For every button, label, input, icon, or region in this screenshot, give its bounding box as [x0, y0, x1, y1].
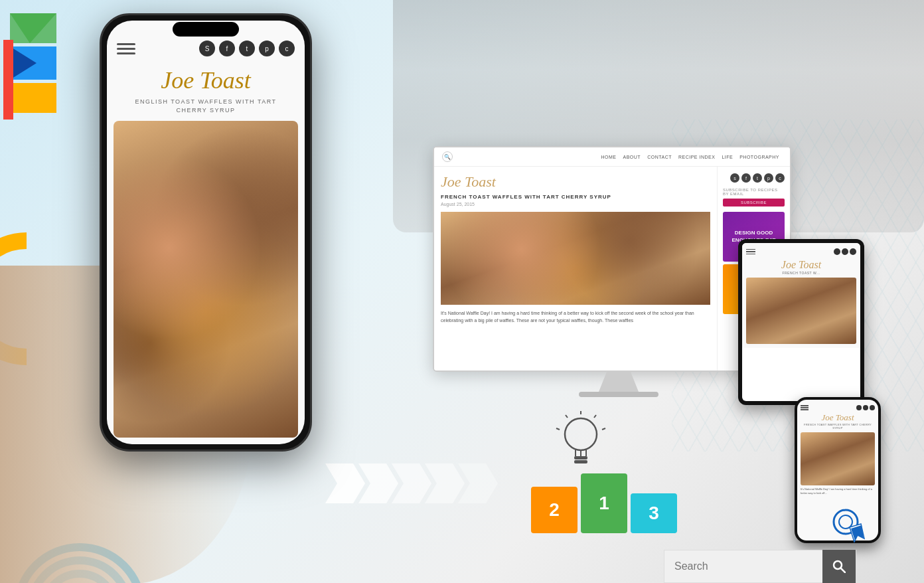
hamburger-menu-icon	[117, 43, 135, 54]
tab-ham-3	[746, 254, 755, 255]
svg-line-14	[602, 428, 605, 430]
search-input[interactable]	[664, 560, 822, 572]
monitor-nav-links: HOME ABOUT CONTACT RECIPE INDEX LIFE PHO…	[599, 155, 782, 159]
tablet-food-image	[746, 278, 856, 344]
monitor-post-title: FRENCH TOAST WAFFLES WITH TART CHERRY SY…	[441, 194, 710, 200]
nav-recipe-index: RECIPE INDEX	[676, 155, 718, 159]
svg-marker-4	[10, 83, 56, 113]
nav-photography: PHOTOGRAPHY	[737, 155, 782, 159]
sp-social-2	[863, 405, 868, 410]
svg-point-6	[565, 418, 597, 450]
phone-blog-title: Joe Toast	[107, 63, 305, 98]
tablet-mockup: Joe Toast FRENCH TOAST W...	[738, 239, 871, 405]
small-phone-content: Joe Toast FRENCH TOAST WAFFLES WITH TART…	[797, 400, 878, 499]
svg-line-16	[556, 428, 560, 430]
monitor-social-f: f	[741, 173, 751, 183]
svg-rect-5	[3, 40, 13, 120]
monitor-social-p: p	[764, 173, 773, 183]
monitor-food-image	[441, 212, 710, 305]
tab-ham-1	[746, 249, 755, 250]
monitor-social-s: s	[730, 173, 739, 183]
tab-ham-2	[746, 251, 755, 252]
small-phone-hamburger-icon	[801, 405, 809, 410]
monitor-main-column: Joe Toast FRENCH TOAST WAFFLES WITH TART…	[434, 167, 717, 371]
monitor-subscribe-button[interactable]: SUBSCRIBE	[723, 199, 785, 207]
nav-life: LIFE	[719, 155, 735, 159]
monitor-social-icons: s f t p c	[723, 173, 785, 183]
small-phone-social-icons	[856, 405, 875, 410]
svg-rect-11	[574, 460, 587, 463]
number-boxes: 2 1 3	[531, 473, 677, 533]
monitor-search-icon: 🔍	[442, 151, 453, 162]
social-icon-facebook: f	[219, 41, 235, 56]
social-icon-camera: c	[279, 41, 295, 56]
tab-social-1	[834, 248, 840, 255]
ham-line-3	[117, 52, 135, 54]
small-phone-nav	[801, 405, 875, 410]
rank-box-2: 2	[531, 487, 578, 533]
rank-box-3: 3	[631, 493, 677, 533]
monitor-blog-title: Joe Toast	[441, 173, 710, 191]
phone-body: S f t p c Joe Toast ENGLISH TOAST WAFFLE…	[100, 13, 312, 452]
phone-social-icons: S f t p c	[199, 41, 295, 56]
tablet-social-icons	[834, 248, 856, 255]
sp-ham-3	[801, 409, 809, 410]
tablet-body: Joe Toast FRENCH TOAST W...	[738, 239, 864, 405]
small-phone-excerpt: It's National Waffle Day! I am having a …	[801, 487, 875, 495]
phone-notch	[173, 22, 239, 37]
sp-social-3	[870, 405, 875, 410]
tablet-screen: Joe Toast FRENCH TOAST W...	[742, 243, 860, 401]
tab-social-2	[842, 248, 848, 255]
monitor-social-c: c	[775, 173, 785, 183]
search-submit-button[interactable]	[822, 550, 856, 583]
monitor-nav: 🔍 HOME ABOUT CONTACT RECIPE INDEX LIFE P…	[434, 147, 790, 167]
tablet-hamburger-icon	[746, 249, 755, 255]
social-icon-search: S	[199, 41, 215, 56]
cursor-click-icon	[831, 507, 868, 550]
lightbulb-icon	[554, 411, 607, 480]
social-icon-twitter: t	[239, 41, 255, 56]
nav-about: ABOUT	[621, 155, 644, 159]
monitor-social-t: t	[753, 173, 762, 183]
monitor-base	[579, 392, 658, 397]
phone-mockup: S f t p c Joe Toast ENGLISH TOAST WAFFLE…	[100, 13, 378, 558]
monitor-subscribe-label: SUBSCRIBE TO RECIPES BY EMAIL	[723, 188, 785, 196]
tab-social-3	[850, 248, 856, 255]
rank-box-1: 1	[581, 473, 627, 533]
tablet-content: Joe Toast FRENCH TOAST W...	[742, 243, 860, 348]
monitor-food-texture	[441, 212, 710, 305]
svg-marker-1	[10, 13, 56, 43]
sp-ham-2	[801, 407, 809, 408]
phone-post-title: ENGLISH TOAST WAFFLES WITH TART CHERRY S…	[107, 98, 305, 114]
svg-line-13	[594, 415, 596, 418]
monitor-excerpt: It's National Waffle Day! I am having a …	[441, 310, 710, 324]
monitor-content: Joe Toast FRENCH TOAST WAFFLES WITH TART…	[434, 167, 790, 371]
monitor-stand	[599, 372, 639, 392]
svg-rect-10	[574, 456, 587, 459]
sp-social-1	[856, 405, 862, 410]
small-phone-post-subtitle: FRENCH TOAST WAFFLES WITH TART CHERRY SY…	[801, 423, 875, 430]
phone-screen-content: S f t p c Joe Toast ENGLISH TOAST WAFFLE…	[107, 21, 305, 444]
small-phone-food-image	[801, 432, 875, 485]
flutter-logo-icon	[3, 7, 83, 126]
social-icon-pinterest: p	[259, 41, 275, 56]
ham-line-2	[117, 48, 135, 50]
monitor-post-date: August 25, 2015	[441, 202, 710, 207]
sp-ham-1	[801, 405, 809, 406]
phone-food-image	[114, 121, 298, 438]
phone-food-texture	[114, 121, 298, 438]
tablet-blog-title: Joe Toast	[746, 259, 856, 271]
phone-screen: S f t p c Joe Toast ENGLISH TOAST WAFFLE…	[107, 21, 305, 444]
monitor-screen: 🔍 HOME ABOUT CONTACT RECIPE INDEX LIFE P…	[433, 146, 791, 372]
logo-area	[3, 7, 90, 139]
nav-home: HOME	[599, 155, 619, 159]
small-phone-blog-title: Joe Toast	[801, 412, 875, 423]
nav-contact: CONTACT	[645, 155, 674, 159]
svg-line-15	[566, 415, 568, 418]
tablet-nav-bar	[746, 247, 856, 256]
monitor-inner: 🔍 HOME ABOUT CONTACT RECIPE INDEX LIFE P…	[434, 147, 790, 371]
svg-line-18	[841, 568, 845, 572]
search-bar[interactable]	[664, 550, 856, 583]
tablet-post-subtitle: FRENCH TOAST W...	[746, 271, 856, 275]
ham-line-1	[117, 43, 135, 45]
